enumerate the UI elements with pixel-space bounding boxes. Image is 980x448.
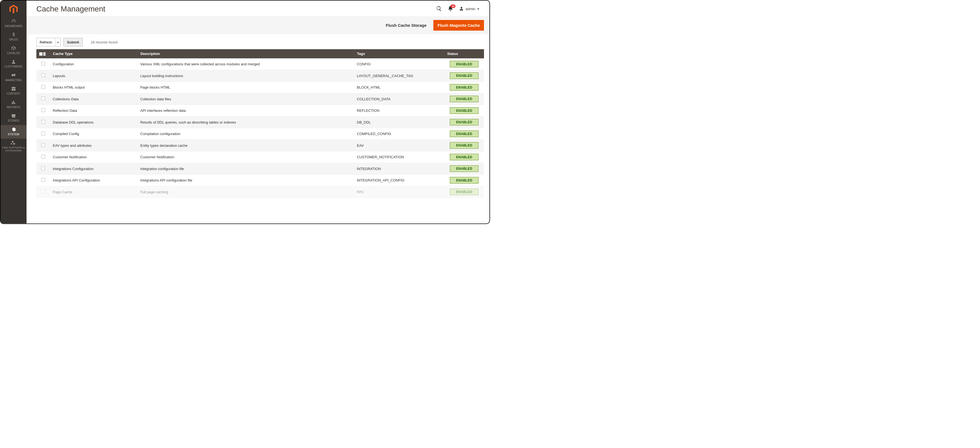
sidebar-item-catalog[interactable]: CATALOG — [0, 44, 27, 58]
sidebar-item-dashboard[interactable]: DASHBOARD — [0, 17, 27, 30]
page-actions-bar: Flush Cache Storage Flush Magento Cache — [27, 17, 490, 34]
row-checkbox[interactable] — [41, 155, 45, 159]
row-checkbox[interactable] — [41, 189, 45, 193]
row-checkbox[interactable] — [41, 143, 45, 147]
user-menu[interactable]: admin ▼ — [459, 6, 480, 12]
row-checkbox-cell[interactable] — [37, 128, 50, 140]
table-row[interactable]: Integrations ConfigurationIntegration co… — [37, 163, 484, 175]
select-all-dropdown[interactable]: ▾ — [43, 52, 46, 56]
main-content: Cache Management 39 admin ▼ — [27, 0, 490, 224]
status-badge: ENABLED — [450, 177, 479, 184]
table-row[interactable]: Database DDL operationsResults of DDL qu… — [37, 116, 484, 128]
page-title: Cache Management — [37, 4, 105, 13]
cell-cache-type: Database DDL operations — [50, 116, 138, 128]
sidebar-item-customers[interactable]: CUSTOMERS — [0, 57, 27, 71]
cell-description: Full page caching — [138, 186, 354, 198]
sidebar-item-marketing[interactable]: MARKETING — [0, 71, 27, 85]
magento-logo[interactable] — [0, 2, 27, 17]
table-row[interactable]: EAV types and attributesEntity types dec… — [37, 140, 484, 151]
cell-description: Integration configuration file — [138, 163, 354, 175]
table-header-row: ▾ Cache Type Description Tags Status — [37, 49, 484, 59]
row-checkbox[interactable] — [41, 178, 45, 182]
table-row[interactable]: Compiled ConfigCompilation configuration… — [37, 128, 484, 140]
submit-button[interactable]: Submit — [64, 38, 83, 47]
table-row[interactable]: LayoutsLayout building instructionsLAYOU… — [37, 70, 484, 82]
status-badge: ENABLED — [450, 189, 479, 195]
sidebar-item-content[interactable]: CONTENT — [0, 84, 27, 98]
row-checkbox-cell[interactable] — [37, 59, 50, 70]
row-checkbox[interactable] — [41, 132, 45, 135]
sidebar-item-label: SYSTEM — [8, 133, 19, 136]
select-all-checkbox[interactable] — [39, 52, 43, 56]
search-button[interactable] — [436, 6, 442, 12]
row-checkbox-cell[interactable] — [37, 151, 50, 163]
sidebar-item-label: CONTENT — [7, 92, 20, 95]
table-row[interactable]: Page CacheFull page cachingFPCENABLED — [37, 186, 484, 198]
header-description[interactable]: Description — [138, 49, 354, 59]
sidebar-item-stores[interactable]: STORES — [0, 111, 27, 125]
cell-status: ENABLED — [444, 116, 484, 128]
status-badge: ENABLED — [450, 96, 479, 102]
flush-cache-storage-button[interactable]: Flush Cache Storage — [383, 21, 430, 30]
table-row[interactable]: Integrations API ConfigurationIntegratio… — [37, 175, 484, 186]
cell-description: Integrations API configuration file — [138, 175, 354, 186]
mass-action-select[interactable]: Refresh ▾ — [37, 38, 61, 47]
magento-logo-icon — [9, 4, 19, 14]
cell-status: ENABLED — [444, 70, 484, 82]
table-row[interactable]: Customer NotificationCustomer Notificati… — [37, 151, 484, 163]
user-name: admin — [466, 7, 475, 11]
row-checkbox[interactable] — [41, 166, 45, 170]
header-tags[interactable]: Tags — [354, 49, 444, 59]
row-checkbox-cell[interactable] — [37, 116, 50, 128]
sidebar-item-label: STORES — [8, 119, 19, 122]
sidebar-item-reports[interactable]: REPORTS — [0, 98, 27, 112]
cell-cache-type: Page Cache — [50, 186, 138, 198]
table-row[interactable]: ConfigurationVarious XML configurations … — [37, 59, 484, 70]
table-row[interactable]: Blocks HTML outputPage blocks HTMLBLOCK_… — [37, 81, 484, 93]
row-checkbox-cell[interactable] — [37, 70, 50, 82]
cell-status: ENABLED — [444, 81, 484, 93]
table-row[interactable]: Collections DataCollection data filesCOL… — [37, 93, 484, 105]
admin-sidebar: DASHBOARD SALES CATALOG CUSTOMERS MARKET — [0, 0, 27, 224]
header-status[interactable]: Status — [444, 49, 484, 59]
cell-description: Layout building instructions — [138, 70, 354, 82]
row-checkbox[interactable] — [41, 85, 45, 89]
row-checkbox-cell[interactable] — [37, 163, 50, 175]
notifications-button[interactable]: 39 — [448, 6, 453, 12]
table-row[interactable]: Reflection DataAPI interfaces reflection… — [37, 105, 484, 116]
cell-tags: DB_DDL — [354, 116, 444, 128]
row-checkbox[interactable] — [41, 73, 45, 77]
row-checkbox[interactable] — [41, 97, 45, 100]
cell-tags: BLOCK_HTML — [354, 81, 444, 93]
mass-action-value[interactable]: Refresh — [37, 38, 56, 47]
row-checkbox-cell[interactable] — [37, 81, 50, 93]
sidebar-item-system[interactable]: SYSTEM — [0, 125, 27, 139]
sidebar-item-partners[interactable]: FIND PARTNERS & EXTENSIONS — [0, 138, 27, 155]
status-badge: ENABLED — [450, 61, 479, 68]
gauge-icon — [11, 19, 16, 24]
boxes-icon — [11, 140, 16, 145]
gear-icon — [11, 127, 16, 132]
records-found: 16 records found — [91, 40, 118, 44]
sidebar-item-label: SALES — [9, 38, 18, 41]
row-checkbox-cell[interactable] — [37, 93, 50, 105]
cell-cache-type: Integrations Configuration — [50, 163, 138, 175]
app-window: DASHBOARD SALES CATALOG CUSTOMERS MARKET — [0, 0, 490, 224]
row-checkbox[interactable] — [41, 108, 45, 112]
status-badge: ENABLED — [450, 142, 479, 149]
header-checkbox-cell[interactable]: ▾ — [37, 49, 50, 59]
row-checkbox-cell[interactable] — [37, 175, 50, 186]
row-checkbox-cell[interactable] — [37, 140, 50, 151]
row-checkbox-cell[interactable] — [37, 105, 50, 116]
status-badge: ENABLED — [450, 165, 479, 172]
flush-magento-cache-button[interactable]: Flush Magento Cache — [433, 20, 484, 30]
row-checkbox[interactable] — [41, 62, 45, 65]
cell-tags: COMPILED_CONFIG — [354, 128, 444, 140]
mass-action-dropdown[interactable]: ▾ — [56, 38, 61, 47]
sidebar-item-sales[interactable]: SALES — [0, 30, 27, 44]
page-header: Cache Management 39 admin ▼ — [27, 0, 490, 17]
header-cache-type[interactable]: Cache Type — [50, 49, 138, 59]
row-checkbox-cell[interactable] — [37, 186, 50, 198]
row-checkbox[interactable] — [41, 120, 45, 124]
cell-tags: CONFIG — [354, 59, 444, 70]
